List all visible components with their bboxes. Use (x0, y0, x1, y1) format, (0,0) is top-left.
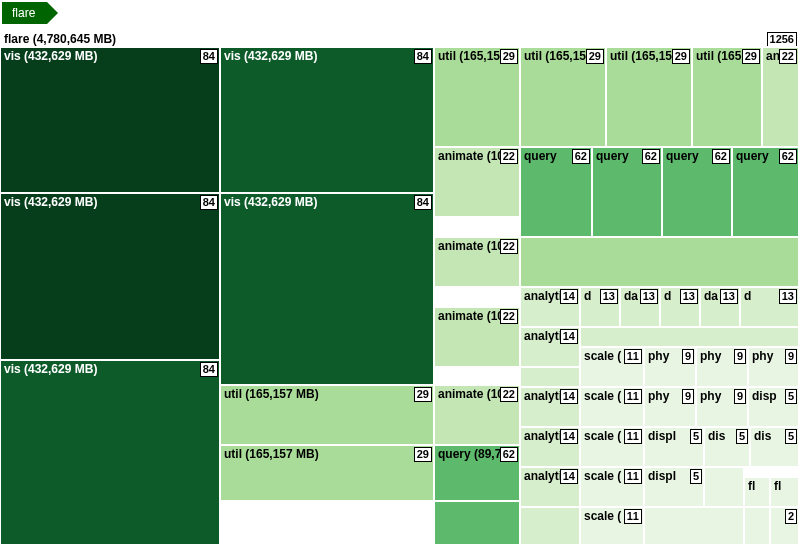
treemap-node-ph5[interactable]: phy9 (696, 387, 748, 427)
treemap-node-an3[interactable]: analytics14 (520, 387, 580, 427)
node-badge: 11 (624, 349, 642, 364)
treemap-node-d2[interactable]: da13 (620, 287, 660, 327)
node-badge: 29 (414, 447, 432, 462)
treemap-node-an2[interactable]: analytics14 (520, 327, 580, 367)
root-badge: 1256 (767, 32, 797, 47)
treemap-node-anim3[interactable]: animate (100,22 (434, 307, 520, 367)
root-label: flare (4,780,645 MB) (4, 32, 795, 47)
treemap-node-vis3[interactable]: vis (432,629 MB)84 (0, 360, 220, 545)
treemap-node-ph3[interactable]: phy9 (748, 347, 799, 387)
treemap-node-d4[interactable]: da13 (700, 287, 740, 327)
treemap-node-fl2[interactable]: fl (770, 477, 799, 507)
treemap-node-d1[interactable]: d13 (580, 287, 620, 327)
treemap-node-q4[interactable]: query62 (732, 147, 799, 237)
treemap-node-sc3[interactable]: scale (11 (580, 427, 644, 467)
treemap-node-sc1[interactable]: scale (11 (580, 347, 644, 387)
treemap-node-anim2[interactable]: animate (100,22 (434, 237, 520, 287)
node-badge: 22 (500, 239, 518, 254)
node-badge: 5 (736, 429, 748, 444)
node-badge: 62 (572, 149, 590, 164)
node-badge: 11 (624, 429, 642, 444)
treemap-node-q3[interactable]: query62 (662, 147, 732, 237)
treemap-node-d3[interactable]: d13 (660, 287, 700, 327)
treemap-node-dis5[interactable]: displ5 (644, 467, 704, 507)
treemap-node-filler1[interactable] (644, 507, 744, 545)
node-badge: 22 (500, 387, 518, 402)
node-badge: 84 (200, 362, 218, 377)
treemap-node-query_tail[interactable] (434, 501, 520, 545)
node-badge: 5 (690, 469, 702, 484)
node-badge: 13 (779, 289, 797, 304)
treemap-node-anim1[interactable]: animate (100,22 (434, 147, 520, 217)
node-badge: 5 (785, 389, 797, 404)
treemap-node-vis1[interactable]: vis (432,629 MB)84 (0, 47, 220, 193)
node-badge: 29 (414, 387, 432, 402)
node-badge: 29 (742, 49, 760, 64)
treemap-node-dis3[interactable]: dis5 (704, 427, 750, 467)
treemap-node-dis1[interactable]: disp5 (748, 387, 799, 427)
node-badge: 9 (682, 389, 694, 404)
node-badge: 84 (414, 195, 432, 210)
treemap-node-filler4[interactable] (580, 327, 799, 347)
treemap-node-util3[interactable]: util (165,15729 (606, 47, 692, 147)
node-label: vis (432,629 MB) (4, 49, 216, 64)
treemap-node-ph2[interactable]: phy9 (696, 347, 748, 387)
treemap-node-util_b[interactable]: util (165,157 MB)29 (220, 445, 434, 501)
node-badge: 9 (734, 349, 746, 364)
breadcrumb-root[interactable]: flare (2, 2, 47, 24)
treemap-node-an4[interactable]: analytics14 (520, 427, 580, 467)
treemap-root[interactable]: flare (4,780,645 MB) 1256 (0, 30, 799, 47)
node-badge: 5 (785, 429, 797, 444)
node-label: fl (774, 479, 795, 494)
node-badge: 13 (640, 289, 658, 304)
treemap-node-an1[interactable]: analytics14 (520, 287, 580, 327)
treemap-node-util1[interactable]: util (165,15729 (434, 47, 520, 147)
node-label: vis (432,629 MB) (224, 195, 430, 210)
node-badge: 62 (712, 149, 730, 164)
treemap-node-ph4[interactable]: phy9 (644, 387, 696, 427)
treemap-node-q1[interactable]: query62 (520, 147, 592, 237)
node-label: vis (432,629 MB) (4, 195, 216, 210)
treemap-node-sc5[interactable]: scale (11 (580, 507, 644, 545)
node-badge: 62 (500, 447, 518, 462)
node-badge: 11 (624, 469, 642, 484)
node-label: vis (432,629 MB) (224, 49, 430, 64)
node-badge: 9 (734, 389, 746, 404)
node-badge: 11 (624, 389, 642, 404)
treemap-node-dis2[interactable]: displ5 (644, 427, 704, 467)
node-badge: 22 (779, 49, 797, 64)
treemap-node-sc4[interactable]: scale (11 (580, 467, 644, 507)
node-label: util (165,157 MB) (224, 447, 430, 462)
node-badge: 84 (414, 49, 432, 64)
node-badge: 2 (785, 509, 797, 524)
treemap-node-two[interactable]: 2 (770, 507, 799, 545)
treemap-node-filler6[interactable] (520, 367, 580, 387)
node-label: vis (432,629 MB) (4, 362, 216, 377)
treemap-node-util_a[interactable]: util (165,157 MB)29 (220, 385, 434, 445)
treemap-node-util4[interactable]: util (165,15729 (692, 47, 762, 147)
treemap-node-query_big[interactable]: query (89,72162 (434, 445, 520, 501)
treemap-node-d5[interactable]: d13 (740, 287, 799, 327)
treemap-node-an_tail[interactable] (520, 507, 580, 545)
treemap-chart: flare (4,780,645 MB) 1256 vis (432,629 M… (0, 30, 799, 545)
treemap-node-vis4[interactable]: vis (432,629 MB)84 (220, 47, 434, 193)
breadcrumb: flare (0, 0, 799, 26)
treemap-node-anim_top[interactable]: anima22 (762, 47, 799, 147)
treemap-node-an5[interactable]: analytics14 (520, 467, 580, 507)
node-badge: 29 (500, 49, 518, 64)
treemap-node-filler3[interactable] (744, 507, 770, 545)
treemap-node-q2[interactable]: query62 (592, 147, 662, 237)
node-badge: 14 (560, 389, 578, 404)
treemap-node-anim4[interactable]: animate (100,22 (434, 385, 520, 445)
treemap-node-sc2[interactable]: scale (11 (580, 387, 644, 427)
treemap-node-fl1[interactable]: fl (744, 477, 770, 507)
node-badge: 14 (560, 329, 578, 344)
treemap-node-ph1[interactable]: phy9 (644, 347, 696, 387)
treemap-node-vis5[interactable]: vis (432,629 MB)84 (220, 193, 434, 385)
treemap-node-dis4[interactable]: dis5 (750, 427, 799, 467)
treemap-node-filler5[interactable] (520, 237, 799, 287)
treemap-node-util2[interactable]: util (165,15729 (520, 47, 606, 147)
treemap-node-vis2[interactable]: vis (432,629 MB)84 (0, 193, 220, 360)
treemap-node-filler2[interactable] (704, 467, 744, 507)
node-badge: 9 (682, 349, 694, 364)
